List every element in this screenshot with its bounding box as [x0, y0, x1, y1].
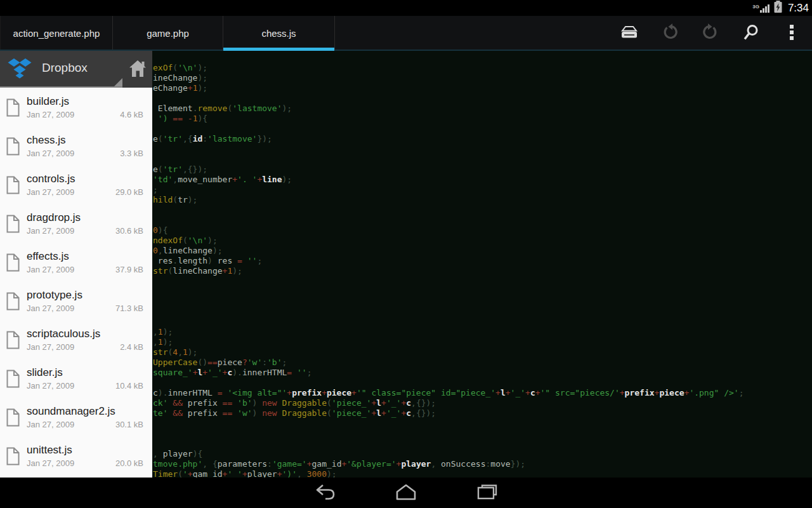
file-date: Jan 27, 2009	[27, 110, 74, 119]
overflow-menu-button[interactable]	[771, 16, 812, 51]
spinner-underline	[0, 86, 122, 88]
file-size: 3.3 kB	[120, 149, 143, 158]
file-date: Jan 27, 2009	[27, 149, 74, 158]
search-icon	[742, 23, 760, 43]
file-name: builder.js	[27, 95, 143, 108]
file-name: chess.js	[27, 134, 143, 147]
file-name: controls.js	[27, 173, 143, 185]
action-bar: action_generate.php game.php chess.js	[0, 16, 812, 51]
undo-button[interactable]	[650, 16, 690, 51]
code-editor[interactable]: exOf('\n');ineChange);eChange+1); Elemen…	[152, 51, 812, 478]
actionbar-actions	[609, 16, 812, 51]
redo-button[interactable]	[690, 16, 731, 51]
file-list: builder.js Jan 27, 2009 4.6 kB chess.js …	[0, 88, 152, 478]
navigation-bar	[0, 478, 812, 508]
file-icon	[6, 447, 20, 468]
file-name: slider.js	[27, 366, 143, 379]
file-name: unittest.js	[27, 444, 143, 457]
file-size: 37.9 kB	[115, 265, 143, 274]
search-button[interactable]	[731, 16, 771, 51]
home-folder-button[interactable]	[124, 55, 152, 83]
save-icon	[619, 25, 639, 42]
file-name: prototype.js	[27, 289, 143, 302]
file-size: 29.0 kB	[115, 187, 143, 197]
file-date: Jan 27, 2009	[27, 420, 74, 429]
file-date: Jan 27, 2009	[27, 187, 74, 197]
tab-label: action_generate.php	[13, 28, 100, 39]
android-screen: 3G 7:34 action_generate.php g	[0, 0, 812, 508]
file-date: Jan 27, 2009	[27, 304, 74, 313]
battery-charging-icon	[773, 0, 783, 16]
file-name: dragdrop.js	[27, 211, 143, 224]
file-icon	[6, 176, 20, 197]
back-button[interactable]	[304, 478, 345, 508]
signal-3g-icon: 3G	[752, 4, 770, 13]
file-size: 4.6 kB	[120, 110, 143, 119]
file-date: Jan 27, 2009	[27, 265, 74, 274]
file-icon	[6, 253, 20, 274]
file-list-item[interactable]: slider.js Jan 27, 2009 10.4 kB	[0, 361, 152, 400]
file-browser-panel: Dropbox bui	[0, 51, 152, 478]
file-icon	[6, 98, 20, 119]
editor-tab[interactable]: chess.js	[223, 16, 335, 51]
file-list-item[interactable]: dragdrop.js Jan 27, 2009 30.6 kB	[0, 206, 152, 245]
file-size: 30.6 kB	[115, 226, 143, 236]
panel-title: Dropbox	[42, 61, 88, 75]
file-name: scriptaculous.js	[27, 328, 143, 340]
main-content: Dropbox bui	[0, 51, 812, 478]
file-icon	[6, 292, 20, 313]
file-list-item[interactable]: effects.js Jan 27, 2009 37.9 kB	[0, 245, 152, 284]
home-folder-icon	[128, 59, 147, 80]
dropbox-source-spinner[interactable]: Dropbox	[0, 51, 152, 88]
overflow-menu-icon	[783, 24, 800, 43]
tab-label: chess.js	[261, 28, 296, 39]
file-name: soundmanager2.js	[27, 405, 143, 418]
file-icon	[6, 370, 20, 391]
home-icon	[395, 484, 417, 502]
file-list-item[interactable]: builder.js Jan 27, 2009 4.6 kB	[0, 90, 152, 129]
home-button[interactable]	[386, 478, 426, 508]
file-icon	[6, 331, 20, 352]
file-list-item[interactable]: chess.js Jan 27, 2009 3.3 kB	[0, 129, 152, 168]
file-date: Jan 27, 2009	[27, 458, 74, 468]
file-icon	[6, 137, 20, 158]
recents-button[interactable]	[467, 478, 508, 508]
undo-icon	[661, 23, 679, 43]
file-size: 10.4 kB	[115, 381, 143, 391]
file-list-item[interactable]: controls.js Jan 27, 2009 29.0 kB	[0, 168, 152, 206]
file-name: effects.js	[27, 250, 143, 263]
tab-strip: action_generate.php game.php chess.js	[0, 16, 335, 51]
file-size: 2.4 kB	[120, 342, 143, 352]
editor-tab[interactable]: game.php	[113, 16, 223, 51]
network-type-label: 3G	[752, 4, 759, 10]
redo-icon	[702, 23, 719, 43]
editor-tab[interactable]: action_generate.php	[0, 16, 113, 51]
dropbox-logo-icon	[8, 58, 32, 82]
file-list-item[interactable]: soundmanager2.js Jan 27, 2009 30.1 kB	[0, 400, 152, 439]
save-button[interactable]	[609, 16, 650, 51]
file-date: Jan 27, 2009	[27, 342, 74, 352]
file-size: 71.3 kB	[115, 304, 143, 313]
file-list-item[interactable]: unittest.js Jan 27, 2009 20.0 kB	[0, 439, 152, 478]
status-bar: 3G 7:34	[0, 0, 812, 16]
back-icon	[314, 484, 336, 502]
status-time: 7:34	[788, 2, 809, 15]
file-date: Jan 27, 2009	[27, 226, 74, 236]
file-icon	[6, 215, 20, 236]
tab-label: game.php	[147, 28, 189, 39]
spinner-dropdown-triangle-icon	[114, 78, 122, 86]
file-icon	[6, 408, 20, 429]
file-list-item[interactable]: prototype.js Jan 27, 2009 71.3 kB	[0, 284, 152, 323]
file-list-item[interactable]: scriptaculous.js Jan 27, 2009 2.4 kB	[0, 323, 152, 361]
recents-icon	[476, 484, 498, 502]
file-size: 20.0 kB	[115, 458, 143, 468]
file-date: Jan 27, 2009	[27, 381, 74, 391]
file-size: 30.1 kB	[115, 420, 143, 429]
